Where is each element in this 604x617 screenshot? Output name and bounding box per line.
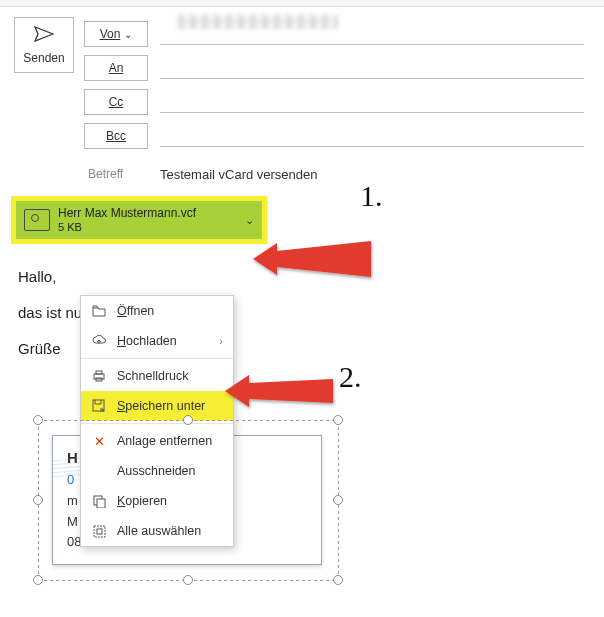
vcard-icon bbox=[24, 209, 50, 231]
resize-handle[interactable] bbox=[333, 495, 343, 505]
svg-rect-5 bbox=[97, 499, 105, 508]
resize-handle[interactable] bbox=[33, 415, 43, 425]
from-button[interactable]: Von⌄ bbox=[84, 21, 148, 47]
svg-rect-6 bbox=[94, 526, 105, 537]
compose-header: Senden Von⌄ An Cc Bcc Betreff Testemail … bbox=[0, 7, 604, 191]
print-icon bbox=[91, 368, 107, 384]
resize-handle[interactable] bbox=[333, 415, 343, 425]
bcc-button[interactable]: Bcc bbox=[84, 123, 148, 149]
annotation-arrow-1 bbox=[253, 237, 383, 300]
folder-open-icon bbox=[91, 303, 107, 319]
svg-marker-8 bbox=[253, 241, 371, 277]
attachment-size: 5 KB bbox=[58, 221, 196, 234]
to-field[interactable] bbox=[160, 57, 584, 79]
annotation-label-2: 2. bbox=[339, 360, 362, 394]
send-icon bbox=[34, 26, 54, 47]
bcc-field[interactable] bbox=[160, 125, 584, 147]
resize-handle[interactable] bbox=[33, 495, 43, 505]
copy-icon bbox=[91, 493, 107, 509]
subject-label: Betreff bbox=[84, 161, 148, 187]
send-label: Senden bbox=[23, 51, 64, 65]
resize-handle[interactable] bbox=[333, 575, 343, 585]
svg-rect-1 bbox=[96, 371, 102, 374]
from-value-obscured bbox=[178, 15, 338, 29]
chevron-down-icon: ⌄ bbox=[124, 29, 132, 40]
resize-handle[interactable] bbox=[183, 575, 193, 585]
menu-select-all[interactable]: Alle auswählen bbox=[81, 516, 233, 546]
menu-upload[interactable]: Hochladen › bbox=[81, 326, 233, 356]
attachment-chip[interactable]: Herr Max Mustermann.vcf 5 KB ⌄ bbox=[14, 199, 264, 241]
cc-button[interactable]: Cc bbox=[84, 89, 148, 115]
menu-quickprint[interactable]: Schnelldruck bbox=[81, 361, 233, 391]
subject-value[interactable]: Testemail vCard versenden bbox=[160, 167, 318, 182]
svg-marker-9 bbox=[225, 375, 333, 407]
attachment-dropdown-icon[interactable]: ⌄ bbox=[245, 214, 254, 227]
cc-field[interactable] bbox=[160, 91, 584, 113]
to-button[interactable]: An bbox=[84, 55, 148, 81]
annotation-label-1: 1. bbox=[360, 179, 383, 213]
menu-copy[interactable]: Kopieren bbox=[81, 486, 233, 516]
resize-handle[interactable] bbox=[183, 415, 193, 425]
resize-handle[interactable] bbox=[33, 575, 43, 585]
send-button[interactable]: Senden bbox=[14, 17, 74, 73]
menu-remove-attachment[interactable]: ✕ Anlage entfernen bbox=[81, 426, 233, 456]
menu-open[interactable]: Öffnen bbox=[81, 296, 233, 326]
remove-icon: ✕ bbox=[91, 433, 107, 449]
menu-save-as[interactable]: Speichern unter bbox=[81, 391, 233, 421]
blank-icon bbox=[91, 463, 107, 479]
svg-rect-7 bbox=[97, 529, 102, 534]
attachment-filename: Herr Max Mustermann.vcf bbox=[58, 206, 196, 220]
select-all-icon bbox=[91, 523, 107, 539]
menu-cut[interactable]: Ausschneiden bbox=[81, 456, 233, 486]
annotation-arrow-2 bbox=[225, 369, 340, 416]
chevron-right-icon: › bbox=[219, 335, 223, 347]
cloud-upload-icon bbox=[91, 333, 107, 349]
save-as-icon bbox=[91, 398, 107, 414]
attachment-context-menu: Öffnen Hochladen › Schnelldruck Speicher… bbox=[80, 295, 234, 547]
